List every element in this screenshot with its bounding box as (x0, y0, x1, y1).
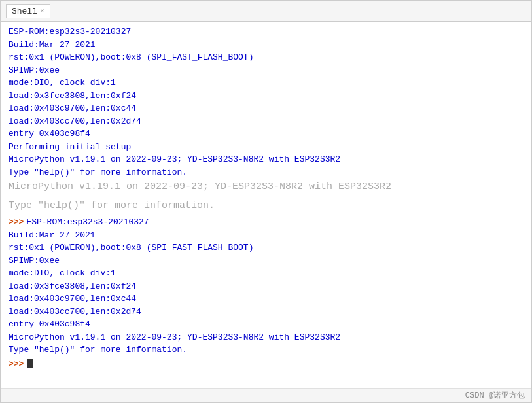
boot-line-12: Type "help()" for more information. (9, 166, 523, 179)
boot-line-5: mode:DIO, clock div:1 (9, 77, 523, 90)
final-prompt-symbol: >>> (9, 358, 24, 371)
gray-line-1: MicroPython v1.19.1 on 2022-09-23; YD-ES… (9, 180, 523, 195)
cursor (27, 359, 33, 368)
boot2-line-4: SPIWP:0xee (9, 254, 523, 268)
shell-content[interactable]: ESP-ROM:esp32s3-20210327 Build:Mar 27 20… (1, 22, 531, 388)
title-bar: Shell × (1, 1, 531, 22)
gray-section: MicroPython v1.19.1 on 2022-09-23; YD-ES… (9, 180, 523, 213)
first-prompt-line: >>> ESP-ROM:esp32s3-20210327 (9, 216, 523, 229)
boot2-line-8: load:0x403cc700,len:0x2d74 (9, 306, 523, 319)
boot-line-11: MicroPython v1.19.1 on 2022-09-23; YD-ES… (9, 153, 523, 166)
boot2-line-6: load:0x3fce3808,len:0xf24 (9, 280, 523, 293)
prompt-section: >>> ESP-ROM:esp32s3-20210327 Build:Mar 2… (9, 216, 523, 357)
boot-line-9: entry 0x403c98f4 (9, 128, 523, 141)
boot-line-2: Build:Mar 27 2021 (9, 39, 523, 52)
final-prompt-line: >>> (9, 358, 523, 371)
prompt-first-content: ESP-ROM:esp32s3-20210327 (26, 216, 149, 229)
boot-line-6: load:0x3fce3808,len:0xf24 (9, 90, 523, 103)
main-window: Shell × ESP-ROM:esp32s3-20210327 Build:M… (0, 0, 532, 403)
boot2-line-11: Type "help()" for more information. (9, 343, 523, 357)
boot2-line-10: MicroPython v1.19.1 on 2022-09-23; YD-ES… (9, 331, 523, 344)
shell-tab[interactable]: Shell × (6, 4, 50, 18)
boot-line-4: SPIWP:0xee (9, 64, 523, 77)
boot2-line-2: Build:Mar 27 2021 (9, 229, 523, 242)
boot-line-1: ESP-ROM:esp32s3-20210327 (9, 26, 523, 39)
boot-line-10: Performing initial setup (9, 141, 523, 154)
gray-line-2: Type "help()" for more information. (9, 199, 523, 214)
boot2-line-7: load:0x403c9700,len:0xc44 (9, 292, 523, 306)
boot2-line-9: entry 0x403c98f4 (9, 318, 523, 331)
boot-line-3: rst:0x1 (POWERON),boot:0x8 (SPI_FAST_FLA… (9, 51, 523, 64)
bottom-bar: CSDN @诺亚方包 (1, 388, 531, 402)
prompt-symbol: >>> (9, 216, 24, 229)
boot-line-8: load:0x403cc700,len:0x2d74 (9, 115, 523, 128)
boot2-line-3: rst:0x1 (POWERON),boot:0x8 (SPI_FAST_FLA… (9, 241, 523, 254)
tab-label: Shell (12, 7, 37, 16)
watermark-text: CSDN @诺亚方包 (465, 390, 525, 401)
boot-line-7: load:0x403c9700,len:0xc44 (9, 102, 523, 115)
boot2-line-5: mode:DIO, clock div:1 (9, 267, 523, 280)
tab-close-icon[interactable]: × (40, 7, 44, 15)
boot-block-1: ESP-ROM:esp32s3-20210327 Build:Mar 27 20… (9, 26, 523, 179)
